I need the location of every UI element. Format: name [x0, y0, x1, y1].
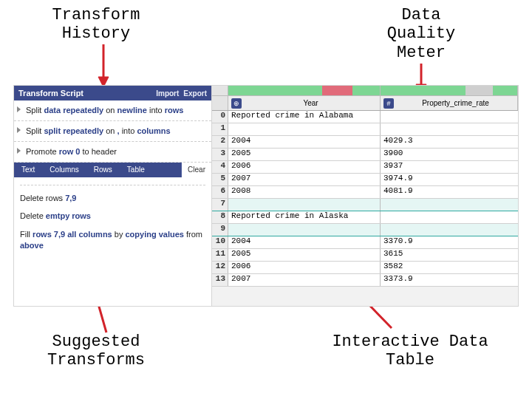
sg-text: all columns: [65, 230, 112, 239]
cell-year[interactable]: 2004: [228, 236, 381, 248]
table-row[interactable]: 420063937: [212, 161, 518, 174]
table-row[interactable]: 8Reported crime in Alaska: [212, 211, 518, 224]
cell-year[interactable]: 2008: [228, 186, 381, 198]
cell-year[interactable]: [228, 199, 381, 211]
sg-text: Delete: [20, 211, 46, 220]
sg-text: Fill: [20, 230, 33, 239]
cell-year[interactable]: Reported crime in Alabama: [228, 111, 381, 123]
table-row[interactable]: 9: [212, 224, 518, 236]
hist-text: rows: [165, 106, 184, 115]
cell-year[interactable]: [228, 123, 381, 135]
cell-rate[interactable]: [381, 199, 518, 211]
cell-year[interactable]: 2004: [228, 136, 381, 148]
tab-rows[interactable]: Rows: [86, 163, 120, 177]
history-item[interactable]: Promote row 0 to header: [14, 142, 211, 163]
tab-columns[interactable]: Columns: [42, 163, 86, 177]
import-link[interactable]: Import: [156, 89, 179, 98]
transform-tabs: Text Columns Rows Table Clear: [14, 163, 211, 177]
cell-rate[interactable]: 3900: [381, 149, 518, 160]
cell-rate[interactable]: 3370.9: [381, 236, 518, 248]
suggestion-item[interactable]: Delete rows 7,9: [20, 193, 205, 204]
hist-text: into: [147, 106, 165, 115]
disclosure-icon: [17, 106, 21, 112]
hist-text: data repeatedly: [44, 106, 103, 115]
data-table-panel: ⊕ Year # Property_crime_rate 0Reported c…: [212, 86, 518, 306]
clear-button[interactable]: Clear: [181, 163, 211, 177]
table-row[interactable]: 1020043370.9: [212, 236, 518, 249]
sg-text: by: [112, 230, 126, 239]
cell-year[interactable]: 2005: [228, 249, 381, 261]
hist-text: Split: [26, 126, 44, 135]
hist-text: Split: [26, 106, 44, 115]
table-row[interactable]: 1: [212, 123, 518, 136]
cell-rate[interactable]: [381, 111, 518, 123]
table-row[interactable]: 1220063582: [212, 262, 518, 274]
transform-header-title: Transform Script: [18, 89, 151, 98]
cell-year[interactable]: [228, 224, 381, 236]
type-icon: #: [383, 98, 394, 109]
row-number: 11: [212, 249, 228, 261]
transform-panel: Transform Script Import Export Split dat…: [14, 86, 212, 306]
history-item[interactable]: Split split repeatedly on , into columns: [14, 121, 211, 142]
rowhead-corner: [212, 96, 228, 110]
export-link[interactable]: Export: [183, 89, 207, 98]
table-row[interactable]: 1320073373.9: [212, 274, 518, 287]
transform-header: Transform Script Import Export: [14, 86, 211, 100]
annotation-transform-history: Transform History: [30, 6, 163, 44]
cell-rate[interactable]: 3974.9: [381, 174, 518, 185]
cell-year[interactable]: 2007: [228, 174, 381, 185]
cell-rate[interactable]: 3582: [381, 262, 518, 273]
cell-year[interactable]: Reported crime in Alaska: [228, 211, 381, 223]
table-row[interactable]: 620084081.9: [212, 186, 518, 199]
cell-year[interactable]: 2007: [228, 274, 381, 286]
column-header-year[interactable]: ⊕ Year: [228, 96, 381, 110]
cell-rate[interactable]: 3615: [381, 249, 518, 261]
app-window: Transform Script Import Export Split dat…: [13, 85, 519, 307]
tab-table[interactable]: Table: [120, 163, 152, 177]
cell-rate[interactable]: 4081.9: [381, 186, 518, 198]
row-number: 12: [212, 262, 228, 273]
row-number: 5: [212, 174, 228, 185]
sg-text: copying values: [125, 230, 183, 239]
cell-rate[interactable]: [381, 123, 518, 135]
hist-text: Promote: [26, 147, 59, 156]
cell-rate[interactable]: 3937: [381, 161, 518, 173]
hist-text: newline: [117, 106, 147, 115]
cell-rate[interactable]: 3373.9: [381, 274, 518, 286]
cell-year[interactable]: 2005: [228, 149, 381, 160]
table-row[interactable]: 7: [212, 199, 518, 211]
row-number: 8: [212, 211, 228, 223]
cell-rate[interactable]: [381, 224, 518, 236]
table-body[interactable]: 0Reported crime in Alabama1220044029.332…: [212, 111, 518, 306]
table-row[interactable]: 220044029.3: [212, 136, 518, 149]
quality-bar-rate: [381, 86, 518, 95]
column-label: Year: [245, 99, 377, 107]
history-item[interactable]: Split data repeatedly on newline into ro…: [14, 100, 211, 121]
sg-text: 7,9: [65, 194, 76, 202]
cell-year[interactable]: 2006: [228, 161, 381, 173]
type-icon: ⊕: [231, 98, 242, 109]
quality-bar-year: [228, 86, 381, 95]
row-number: 4: [212, 161, 228, 173]
table-row[interactable]: 1120053615: [212, 249, 518, 262]
cell-rate[interactable]: [381, 211, 518, 223]
tab-text[interactable]: Text: [14, 163, 42, 177]
sg-text: emtpy rows: [46, 211, 91, 220]
hist-text: on: [103, 126, 117, 135]
suggestion-item[interactable]: Fill rows 7,9 all columns by copying val…: [20, 229, 205, 251]
row-number: 0: [212, 111, 228, 123]
row-number: 10: [212, 236, 228, 248]
cell-rate[interactable]: 4029.3: [381, 136, 518, 148]
row-number: 6: [212, 186, 228, 198]
annotation-data-quality-meter: Data Quality Meter: [366, 6, 477, 62]
suggestion-item[interactable]: Delete emtpy rows: [20, 211, 205, 222]
row-number: 9: [212, 224, 228, 236]
cell-year[interactable]: 2006: [228, 262, 381, 273]
table-row[interactable]: 520073974.9: [212, 174, 518, 186]
table-row[interactable]: 320053900: [212, 149, 518, 161]
row-number: 7: [212, 199, 228, 211]
sg-text: above: [20, 241, 44, 250]
column-header-rate[interactable]: # Property_crime_rate: [381, 96, 518, 110]
table-row[interactable]: 0Reported crime in Alabama: [212, 111, 518, 123]
disclosure-icon: [17, 127, 21, 133]
